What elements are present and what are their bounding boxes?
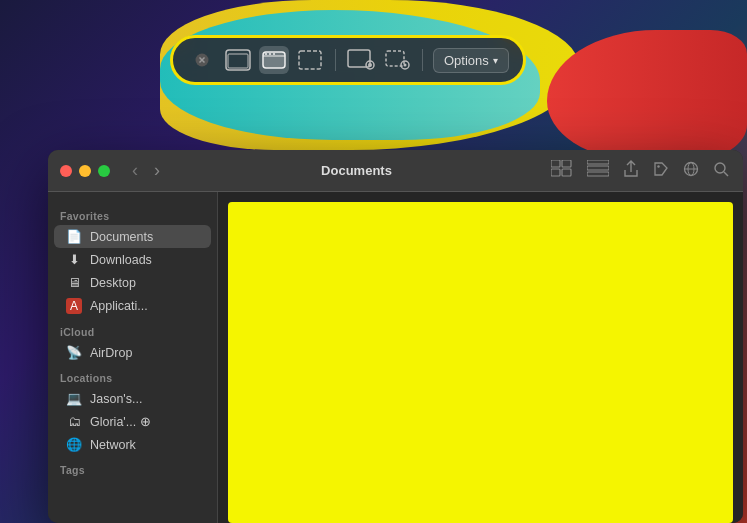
sidebar-item-desktop-label: Desktop [90,276,136,290]
favorites-section-label: Favorites [48,202,217,225]
close-icon [195,53,209,67]
documents-icon: 📄 [66,229,82,244]
svg-point-7 [265,53,267,55]
options-chevron-icon: ▾ [493,55,498,66]
sidebar-item-downloads[interactable]: ⬇ Downloads [54,248,211,271]
svg-rect-21 [587,160,609,164]
sidebar-item-downloads-label: Downloads [90,253,152,267]
maximize-button[interactable] [98,165,110,177]
capture-window-button[interactable] [259,46,289,74]
search-button[interactable] [711,159,731,182]
options-label: Options [444,53,489,68]
list-view-button[interactable] [585,158,611,183]
desktop-icon: 🖥 [66,275,82,290]
svg-line-29 [724,172,728,176]
svg-point-8 [269,53,271,55]
sidebar-item-glorias-label: Gloria'... ⊕ [90,414,151,429]
sidebar-item-jasons[interactable]: 💻 Jason's... [54,387,211,410]
svg-point-13 [368,63,372,67]
svg-rect-17 [551,160,560,167]
list-icon [587,160,609,178]
screen-icon [347,49,375,71]
sidebar-item-documents[interactable]: 📄 Documents [54,225,211,248]
svg-rect-10 [299,51,321,69]
capture-timed-button[interactable] [382,46,412,74]
tag-button[interactable] [651,159,671,182]
finder-sidebar: Favorites 📄 Documents ⬇ Downloads 🖥 Desk… [48,192,218,523]
glorias-icon: 🗂 [66,414,82,429]
sidebar-item-applications[interactable]: A Applicati... [54,294,211,318]
finder-body: Favorites 📄 Documents ⬇ Downloads 🖥 Desk… [48,192,743,523]
minimize-button[interactable] [79,165,91,177]
tag-icon [653,161,669,177]
sidebar-item-applications-label: Applicati... [90,299,148,313]
applications-icon: A [66,298,82,314]
svg-point-28 [715,163,725,173]
jasons-mac-icon: 💻 [66,391,82,406]
fullwindow-icon [225,49,251,71]
capture-screen-button[interactable] [346,46,376,74]
svg-rect-22 [587,166,609,170]
screenshot-toolbar: Options ▾ [170,35,526,85]
finder-titlebar: ‹ › Documents [48,150,743,192]
toolbar-divider-2 [422,49,423,71]
airdrop-icon: 📡 [66,345,82,360]
grid2-icon [551,160,573,178]
content-area-yellow [228,202,733,523]
globe-icon [683,161,699,177]
grid-view-button[interactable] [549,158,575,183]
network-icon: 🌐 [66,437,82,452]
svg-rect-23 [587,172,609,176]
capture-fullwindow-button[interactable] [223,46,253,74]
sidebar-item-airdrop[interactable]: 📡 AirDrop [54,341,211,364]
svg-rect-3 [226,50,250,70]
close-button[interactable] [60,165,72,177]
options-button[interactable]: Options ▾ [433,48,509,73]
locations-section-label: Locations [48,364,217,387]
capture-selection-button[interactable] [295,46,325,74]
finder-nav: ‹ › [128,158,164,183]
globe-button[interactable] [681,159,701,182]
search-icon [713,161,729,177]
timed-icon [384,49,410,71]
sidebar-item-documents-label: Documents [90,230,153,244]
svg-rect-4 [228,54,248,68]
svg-point-24 [657,165,659,167]
svg-point-9 [273,53,275,55]
forward-button[interactable]: › [150,158,164,183]
sidebar-item-glorias[interactable]: 🗂 Gloria'... ⊕ [54,410,211,433]
window-icon [261,49,287,71]
traffic-lights [60,165,110,177]
share-icon [623,160,639,178]
sidebar-item-desktop[interactable]: 🖥 Desktop [54,271,211,294]
finder-window: ‹ › Documents [48,150,743,523]
icloud-section-label: iCloud [48,318,217,341]
finder-title: Documents [172,163,541,178]
finder-toolbar-right [549,158,731,183]
svg-rect-20 [562,169,571,176]
back-button[interactable]: ‹ [128,158,142,183]
share-button[interactable] [621,158,641,183]
downloads-icon: ⬇ [66,252,82,267]
svg-rect-18 [562,160,571,167]
sidebar-item-network-label: Network [90,438,136,452]
svg-point-16 [404,64,407,67]
finder-main-content [218,192,743,523]
svg-rect-19 [551,169,560,176]
sidebar-item-jasons-label: Jason's... [90,392,142,406]
selection-icon [297,49,323,71]
sidebar-item-airdrop-label: AirDrop [90,346,132,360]
tags-section-label: Tags [48,456,217,479]
sidebar-item-network[interactable]: 🌐 Network [54,433,211,456]
toolbar-divider-1 [335,49,336,71]
close-screenshot-button[interactable] [187,46,217,74]
